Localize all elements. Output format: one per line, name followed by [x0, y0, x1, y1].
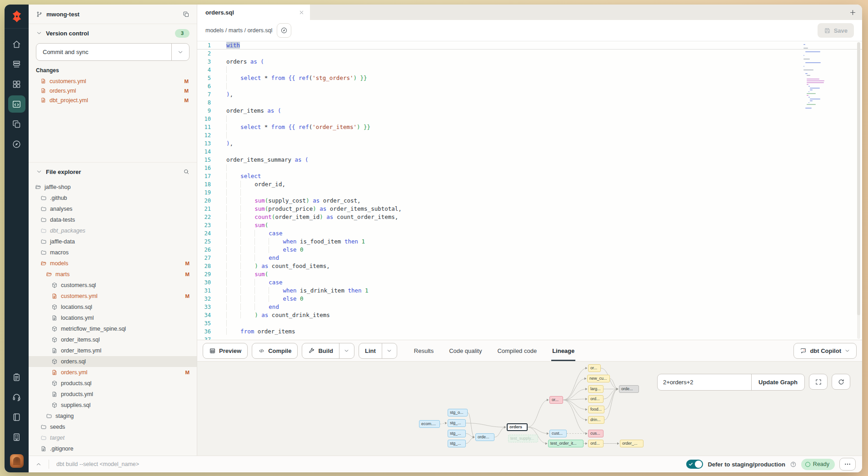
line-number: 24 [197, 229, 218, 238]
lineage-node-y4[interactable]: ord... [588, 395, 604, 403]
lineage-node-y1[interactable]: or... [588, 364, 601, 372]
tree-item-products.yml[interactable]: products.yml [29, 389, 197, 400]
tab-results[interactable]: Results [414, 340, 434, 361]
tree-item-models[interactable]: modelsM [29, 258, 197, 269]
user-avatar[interactable] [10, 454, 24, 468]
changed-file-dbt_project.yml[interactable]: dbt_project.ymlM [29, 95, 197, 105]
help-icon[interactable] [790, 461, 797, 468]
update-graph-button[interactable]: Update Graph [751, 374, 804, 390]
lineage-node-y3[interactable]: larg... [588, 385, 604, 393]
editor-scrollbar[interactable] [857, 42, 860, 339]
lineage-node-y7[interactable]: ord... [588, 440, 604, 447]
lineage-node-y6[interactable]: drin... [588, 416, 604, 424]
save-button[interactable]: Save [818, 23, 854, 38]
lineage-node-orders[interactable]: orders [507, 423, 528, 431]
nav-support[interactable] [8, 388, 25, 406]
tree-item-data-tests[interactable]: data-tests [29, 214, 197, 225]
compass-icon [280, 27, 288, 34]
nav-projects[interactable] [8, 115, 25, 133]
commit-options-dropdown[interactable] [171, 44, 189, 60]
search-icon[interactable] [183, 169, 190, 175]
changed-file-orders.yml[interactable]: orders.ymlM [29, 86, 197, 95]
tree-item-.gitignore[interactable]: .gitignore [29, 443, 197, 454]
dbt-logo[interactable] [5, 5, 29, 29]
code-editor[interactable]: 1with23orders as (4 5 select * from {{ r… [197, 41, 862, 340]
tab-compiled-code[interactable]: Compiled code [497, 340, 537, 361]
tab-code-quality[interactable]: Code quality [449, 340, 482, 361]
tree-item-orders.sql[interactable]: orders.sql [29, 356, 197, 367]
more-options-button[interactable] [839, 458, 856, 471]
lint-options-dropdown[interactable] [382, 343, 397, 358]
nav-deploy[interactable] [8, 55, 25, 73]
nav-organization[interactable] [8, 428, 25, 446]
nav-dashboards[interactable] [8, 75, 25, 93]
minimap[interactable] [803, 44, 836, 111]
tree-item-macros[interactable]: macros [29, 247, 197, 258]
changed-file-customers.yml[interactable]: customers.ymlM [29, 76, 197, 86]
tree-item-.github[interactable]: .github [29, 193, 197, 203]
tree-item-order_items.yml[interactable]: order_items.yml [29, 345, 197, 356]
lineage-query-input[interactable] [658, 374, 751, 390]
lineage-node-gray1[interactable]: orde... [619, 385, 639, 393]
fullscreen-button[interactable] [809, 374, 828, 390]
nav-docs[interactable] [8, 408, 25, 426]
lineage-node-testoi[interactable]: test_order_it... [548, 440, 584, 447]
nav-home[interactable] [8, 35, 25, 53]
nav-explore[interactable] [8, 135, 25, 153]
lineage-node-testsup[interactable]: test_supply... [508, 435, 538, 442]
lineage-node-y8[interactable]: order_... [620, 440, 644, 447]
lineage-node-orde1[interactable]: orde... [475, 433, 494, 441]
lineage-node-stg4[interactable]: stg_... [448, 440, 466, 447]
file-explorer-header[interactable]: File explorer [29, 163, 197, 181]
lineage-node-cuspink[interactable]: cus... [588, 430, 604, 437]
expand-command-bar-button[interactable] [33, 459, 44, 470]
copy-icon[interactable] [183, 11, 190, 18]
tree-item-jaffle-data[interactable]: jaffle-data [29, 236, 197, 247]
tree-item-label: macros [50, 249, 69, 256]
dbt-copilot-button[interactable]: dbt Copilot [793, 343, 857, 359]
compile-button[interactable]: Compile [252, 343, 298, 359]
tab-orders-sql[interactable]: orders.sql [197, 5, 310, 20]
tree-item-supplies.sql[interactable]: supplies.sql [29, 400, 197, 411]
new-tab-button[interactable] [843, 5, 862, 20]
tree-item-staging[interactable]: staging [29, 411, 197, 421]
tree-item-jaffle-shop[interactable]: jaffle-shop [29, 182, 197, 193]
editor-tabstrip: orders.sql [197, 5, 862, 20]
command-input[interactable]: dbt build --select <model_name> [54, 461, 682, 467]
lineage-node-stg1[interactable]: stg_o... [448, 409, 468, 416]
lint-button[interactable]: Lint [359, 343, 397, 359]
nav-notes[interactable] [8, 368, 25, 386]
tree-item-target[interactable]: target [29, 432, 197, 443]
close-icon[interactable] [299, 10, 304, 15]
scrollbar-thumb[interactable] [857, 42, 860, 315]
tree-item-orders.yml[interactable]: orders.ymlM [29, 367, 197, 378]
lineage-node-ecom[interactable]: ecom.... [419, 420, 440, 428]
defer-toggle[interactable] [686, 460, 703, 469]
lineage-node-y2[interactable]: new_cu... [587, 375, 610, 382]
tree-item-metricflow_time_spine.sql[interactable]: metricflow_time_spine.sql [29, 323, 197, 334]
tree-item-locations.yml[interactable]: locations.yml [29, 312, 197, 323]
tree-item-customers.yml[interactable]: customers.ymlM [29, 291, 197, 302]
nav-develop[interactable] [8, 95, 25, 113]
tab-lineage[interactable]: Lineage [552, 340, 574, 361]
build-button[interactable]: Build [302, 343, 354, 359]
tree-item-customers.sql[interactable]: customers.sql [29, 280, 197, 291]
lineage-node-cust[interactable]: cust... [549, 430, 567, 437]
tree-item-analyses[interactable]: analyses [29, 203, 197, 214]
lineage-node-y5[interactable]: food... [588, 406, 604, 413]
commit-and-sync-button[interactable]: Commit and sync [36, 43, 190, 61]
explore-file-button[interactable] [277, 23, 291, 38]
lineage-node-stg3[interactable]: stg_... [448, 430, 466, 437]
tree-item-marts[interactable]: martsM [29, 269, 197, 280]
lineage-node-orpink[interactable]: or... [549, 396, 563, 404]
tree-item-locations.sql[interactable]: locations.sql [29, 302, 197, 312]
tree-item-seeds[interactable]: seeds [29, 421, 197, 432]
build-options-dropdown[interactable] [339, 343, 354, 358]
tree-item-products.sql[interactable]: products.sql [29, 378, 197, 389]
lineage-node-stg2[interactable]: stg_... [448, 419, 466, 427]
preview-button[interactable]: Preview [203, 343, 248, 359]
refresh-button[interactable] [832, 374, 850, 390]
version-control-header[interactable]: Version control 3 [29, 24, 197, 42]
tree-item-dbt_packages[interactable]: dbt_packages [29, 225, 197, 236]
tree-item-order_items.sql[interactable]: order_items.sql [29, 334, 197, 345]
